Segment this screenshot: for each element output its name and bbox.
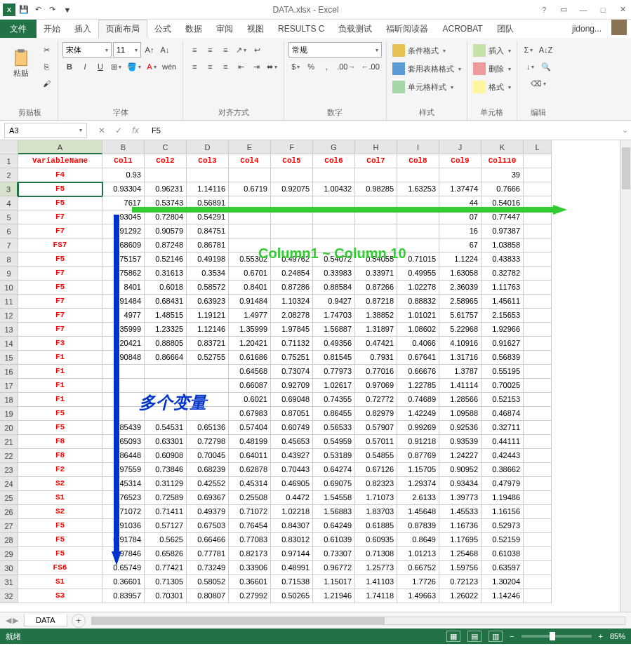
row-header[interactable]: 27 xyxy=(0,519,18,533)
font-color-button[interactable]: A▾ xyxy=(145,59,159,74)
addin-logo-icon[interactable] xyxy=(611,20,627,35)
data-cell[interactable]: 0.70301 xyxy=(145,589,187,603)
data-cell[interactable]: 1.39773 xyxy=(439,491,481,505)
cell[interactable] xyxy=(524,154,552,168)
data-cell[interactable]: 1.22785 xyxy=(397,379,439,393)
data-cell[interactable]: 0.60935 xyxy=(355,533,397,547)
cell[interactable] xyxy=(524,435,552,449)
data-cell[interactable] xyxy=(271,196,313,210)
row-header[interactable]: 16 xyxy=(0,365,18,379)
wrap-text-icon[interactable]: ↩ xyxy=(250,42,264,58)
data-cell[interactable]: 0.72772 xyxy=(355,393,397,407)
tab-foxit[interactable]: 福昕阅读器 xyxy=(379,20,435,38)
variable-cell[interactable]: F7 xyxy=(18,295,102,309)
data-cell[interactable]: 1.24227 xyxy=(439,449,481,463)
data-cell[interactable]: 0.5625 xyxy=(145,533,187,547)
tab-home[interactable]: 开始 xyxy=(36,20,67,38)
data-cell[interactable]: 1.26022 xyxy=(439,589,481,603)
data-cell[interactable]: 0.66087 xyxy=(229,379,271,393)
tab-review[interactable]: 审阅 xyxy=(209,20,240,38)
data-cell[interactable]: 0.96231 xyxy=(145,182,187,196)
data-cell[interactable]: 2.36039 xyxy=(439,281,481,295)
data-cell[interactable]: 0.77083 xyxy=(229,533,271,547)
data-cell[interactable]: 0.36601 xyxy=(229,575,271,589)
data-cell[interactable]: 0.87051 xyxy=(271,407,313,421)
row-header[interactable]: 9 xyxy=(0,267,18,281)
tab-results[interactable]: RESULTS C xyxy=(271,20,331,38)
data-cell[interactable]: 0.87769 xyxy=(397,449,439,463)
variable-cell[interactable]: F5 xyxy=(18,533,102,547)
cell[interactable] xyxy=(524,238,552,253)
data-cell[interactable]: 1.09588 xyxy=(439,407,481,421)
data-cell[interactable]: 0.97069 xyxy=(355,379,397,393)
increase-font-icon[interactable]: A↑ xyxy=(142,42,157,58)
data-cell[interactable]: 1.31897 xyxy=(355,323,397,337)
data-cell[interactable] xyxy=(145,365,187,379)
data-cell[interactable]: 1.19486 xyxy=(481,491,524,505)
row-header[interactable]: 11 xyxy=(0,295,18,309)
data-cell[interactable]: 0.68431 xyxy=(145,295,187,309)
data-cell[interactable]: 1.20421 xyxy=(229,337,271,351)
data-cell[interactable]: 0.72804 xyxy=(145,210,187,224)
data-cell[interactable]: 0.38662 xyxy=(481,463,524,477)
col-header[interactable]: K xyxy=(481,140,524,154)
data-cell[interactable] xyxy=(229,196,271,210)
data-cell[interactable]: 1.48515 xyxy=(145,309,187,323)
data-cell[interactable]: 0.87266 xyxy=(355,281,397,295)
view-layout-icon[interactable]: ▤ xyxy=(467,631,481,642)
data-cell[interactable]: 0.92075 xyxy=(271,182,313,196)
data-cell[interactable]: 0.86455 xyxy=(313,407,355,421)
tab-load[interactable]: 负载测试 xyxy=(331,20,379,38)
row-header[interactable]: 1 xyxy=(0,154,18,168)
cell[interactable] xyxy=(524,365,552,379)
data-cell[interactable]: 1.74118 xyxy=(355,589,397,603)
cell[interactable] xyxy=(524,519,552,533)
help-icon[interactable]: ? xyxy=(538,4,550,15)
data-cell[interactable]: 1.42249 xyxy=(397,407,439,421)
horizontal-scrollbar[interactable] xyxy=(91,617,625,625)
border-button[interactable]: ⊞▾ xyxy=(109,59,124,74)
variable-cell[interactable]: F5 xyxy=(18,421,102,435)
cell[interactable] xyxy=(524,463,552,477)
comma-icon[interactable]: , xyxy=(319,59,333,74)
data-cell[interactable]: 0.69075 xyxy=(313,477,355,491)
variable-cell[interactable]: FS6 xyxy=(18,561,102,575)
data-cell[interactable] xyxy=(397,210,439,224)
align-center-icon[interactable]: ≡ xyxy=(203,59,217,74)
variable-cell[interactable]: F5 xyxy=(18,253,102,267)
data-cell[interactable] xyxy=(313,210,355,224)
data-cell[interactable]: 1.37474 xyxy=(439,182,481,196)
data-cell[interactable]: 1.7726 xyxy=(397,575,439,589)
data-cell[interactable]: 0.62878 xyxy=(229,463,271,477)
data-cell[interactable]: 0.60908 xyxy=(145,449,187,463)
data-cell[interactable] xyxy=(102,379,145,393)
data-cell[interactable]: 0.52146 xyxy=(145,253,187,267)
data-cell[interactable]: 1.63058 xyxy=(439,267,481,281)
data-cell[interactable] xyxy=(355,196,397,210)
variable-cell[interactable]: F7 xyxy=(18,224,102,238)
cell[interactable] xyxy=(524,547,552,561)
cancel-formula-icon[interactable]: ✕ xyxy=(94,123,109,138)
data-cell[interactable]: 35999 xyxy=(102,323,145,337)
data-cell[interactable]: 20421 xyxy=(102,337,145,351)
col-header[interactable]: C xyxy=(145,140,187,154)
data-cell[interactable] xyxy=(102,365,145,379)
sort-filter-icon[interactable]: A↓Z xyxy=(537,42,555,58)
data-cell[interactable]: 0.70045 xyxy=(187,449,229,463)
dec-decimal-icon[interactable]: ←.00 xyxy=(359,59,381,74)
col-header[interactable]: H xyxy=(355,140,397,154)
data-cell[interactable]: 0.97144 xyxy=(271,547,313,561)
row-header[interactable]: 2 xyxy=(0,168,18,182)
font-name-select[interactable]: 宋体▾ xyxy=(62,42,112,58)
data-cell[interactable]: 0.65749 xyxy=(102,561,145,575)
data-cell[interactable]: 0.86664 xyxy=(145,351,187,365)
row-header[interactable]: 31 xyxy=(0,575,18,589)
data-cell[interactable]: 0.47421 xyxy=(355,337,397,351)
tab-data[interactable]: 数据 xyxy=(178,20,209,38)
data-cell[interactable]: 0.88805 xyxy=(145,337,187,351)
redo-icon[interactable]: ↷ xyxy=(46,4,58,15)
tab-file[interactable]: 文件 xyxy=(0,20,36,38)
data-cell[interactable]: 0.64274 xyxy=(313,463,355,477)
undo-icon[interactable]: ↶ xyxy=(32,4,44,15)
data-cell[interactable]: 90848 xyxy=(102,351,145,365)
